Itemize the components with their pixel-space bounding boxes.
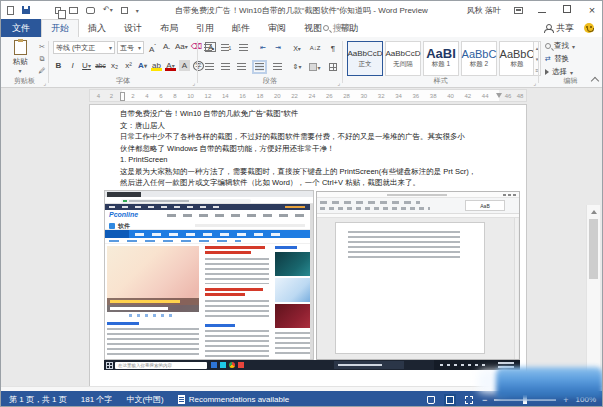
window-layout-icon[interactable] bbox=[69, 7, 78, 14]
decrease-indent-icon[interactable]: ⇤ bbox=[256, 42, 270, 54]
highlight-color-icon[interactable]: ab bbox=[151, 60, 162, 71]
bullets-icon[interactable]: • bbox=[202, 42, 216, 54]
ribbon-tab[interactable]: 开始 bbox=[41, 19, 79, 37]
font-dialog-launcher[interactable]: ⌟ bbox=[192, 80, 195, 86]
maximize-icon[interactable] bbox=[563, 5, 571, 13]
paste-button[interactable]: 粘贴 ▾ bbox=[5, 40, 35, 81]
search-box[interactable]: 搜索 bbox=[323, 19, 351, 37]
zoom-out-button[interactable]: − bbox=[482, 395, 487, 405]
underline-icon[interactable]: U▾ bbox=[81, 60, 92, 71]
increase-indent-icon[interactable]: ⇥ bbox=[271, 42, 285, 54]
mock-page-body bbox=[105, 244, 313, 360]
line-spacing-icon[interactable]: ⇕▾ bbox=[290, 61, 304, 73]
embedded-screenshot-image[interactable]: Pconline 软件 bbox=[104, 190, 520, 370]
font-name-combo[interactable]: 等线 (中文正▾ bbox=[53, 41, 115, 54]
show-marks-icon[interactable]: ¶ bbox=[326, 42, 340, 54]
web-layout-button[interactable] bbox=[463, 394, 475, 406]
borders-icon[interactable] bbox=[326, 61, 340, 73]
numbering-icon[interactable]: 1 bbox=[219, 42, 233, 54]
align-center-icon[interactable] bbox=[218, 61, 232, 73]
document-page[interactable]: 自带免费没广告！Win10 自带的几款免广告“截图”软件文：唐山居人日常工作中少… bbox=[89, 104, 527, 386]
copy-icon[interactable]: ⧉ bbox=[37, 54, 47, 63]
horizontal-ruler[interactable]: 42 2468101214161820222426283032343638404… bbox=[89, 89, 527, 102]
page-indicator[interactable]: 第 1 页，共 1 页 bbox=[9, 394, 67, 405]
ribbon-display-options-icon[interactable] bbox=[514, 7, 523, 14]
ribbon-tab[interactable]: 引用 bbox=[187, 19, 223, 37]
sort-icon[interactable]: A↓Z bbox=[308, 42, 322, 54]
grow-font-icon[interactable]: Aˆ bbox=[147, 41, 158, 52]
word-count[interactable]: 181 个字 bbox=[81, 394, 113, 405]
scrollbar-thumb[interactable] bbox=[589, 219, 598, 279]
align-right-icon[interactable] bbox=[234, 61, 248, 73]
ribbon-tab[interactable]: 邮件 bbox=[223, 19, 259, 37]
group-font: 等线 (中文正▾ 五号▾ Aˆ Aˇ Aa▾ ⌫ A B I U▾ abc x₂… bbox=[49, 37, 197, 88]
multilevel-list-icon[interactable] bbox=[236, 42, 250, 54]
new-document-icon[interactable] bbox=[7, 6, 14, 15]
clipboard-dialog-launcher[interactable]: ⌟ bbox=[43, 80, 46, 86]
character-shading-icon[interactable]: A bbox=[179, 60, 190, 71]
group-paragraph: • 1 ⇤ ⇥ X▾ A↓Z ¶ ⇕▾ ▾ 段落 ⌟ bbox=[198, 37, 342, 88]
distribute-icon[interactable] bbox=[270, 61, 284, 73]
styles-dialog-launcher[interactable]: ⌟ bbox=[533, 80, 536, 86]
subscript-icon[interactable]: x₂ bbox=[109, 60, 120, 71]
copy-icon[interactable] bbox=[55, 7, 61, 14]
shading-icon[interactable]: ▾ bbox=[308, 61, 322, 73]
bold-icon[interactable]: B bbox=[53, 60, 64, 71]
document-line[interactable]: 伙伴都忽略了 Windows 自带的截图功能，方便好用还非常干净！ bbox=[120, 143, 516, 155]
style-cell[interactable]: AaBI 标题 1 bbox=[423, 41, 459, 76]
style-cell[interactable]: AaBbCcD 无间隔 bbox=[385, 41, 421, 76]
shrink-font-icon[interactable]: Aˇ bbox=[161, 41, 172, 52]
replace-button[interactable]: ⇄ 替换 bbox=[545, 54, 569, 64]
cut-icon[interactable]: ✂ bbox=[37, 42, 47, 51]
ribbon-tab[interactable]: 设计 bbox=[115, 19, 151, 37]
style-cell[interactable]: AaBbC 标题 2 bbox=[461, 41, 497, 76]
format-painter-icon[interactable]: 🖉 bbox=[37, 66, 47, 75]
document-line[interactable]: 这是最为大家熟知的一种方法了，需要截图时，直接按下键盘上的 PrintScree… bbox=[120, 166, 516, 178]
align-left-icon[interactable] bbox=[202, 61, 216, 73]
ruler-number: 2 bbox=[131, 93, 134, 99]
indent-marker[interactable] bbox=[120, 92, 125, 101]
ruler-number: 40 bbox=[447, 93, 454, 99]
style-cell[interactable]: AaBbC 标题 bbox=[499, 41, 535, 76]
paragraph-dialog-launcher[interactable]: ⌟ bbox=[337, 80, 340, 86]
ribbon-tab[interactable]: 布局 bbox=[151, 19, 187, 37]
quick-access-toolbar: ↶▾ ▾ bbox=[7, 3, 139, 17]
undo-icon[interactable]: ↶▾ bbox=[103, 5, 113, 15]
close-icon[interactable]: × bbox=[586, 4, 598, 16]
text-effects-icon[interactable]: A▾ bbox=[137, 60, 148, 71]
mock-section-heading-mid bbox=[205, 324, 235, 327]
mock-taskbar-search: 在这里输入你要搜索的内容 bbox=[115, 362, 207, 369]
superscript-icon[interactable]: x² bbox=[123, 60, 134, 71]
mock-main-nav bbox=[105, 230, 313, 238]
justify-icon[interactable] bbox=[252, 61, 266, 73]
italic-icon[interactable]: I bbox=[67, 60, 78, 71]
ribbon-tab[interactable]: 插入 bbox=[79, 19, 115, 37]
document-line[interactable]: 日常工作中少不了各种各样的截图，不过好的截图软件需要付费，不好的又是一堆堆的广告… bbox=[120, 131, 516, 143]
save-icon[interactable] bbox=[22, 6, 30, 14]
document-line[interactable]: 文：唐山居人 bbox=[120, 120, 516, 132]
document-line[interactable]: 1. PrintScreen bbox=[120, 154, 516, 166]
style-cell[interactable]: AaBbCcD 正文 bbox=[347, 41, 383, 76]
change-case-icon[interactable]: Aa▾ bbox=[175, 41, 188, 52]
print-layout-button[interactable] bbox=[444, 394, 456, 406]
document-line[interactable]: 自带免费没广告！Win10 自带的几款免广告“截图”软件 bbox=[120, 108, 516, 120]
feedback-smiley-icon[interactable] bbox=[584, 23, 594, 33]
minimize-icon[interactable] bbox=[538, 12, 546, 13]
font-color-icon[interactable]: A▾ bbox=[165, 60, 176, 71]
font-size-combo[interactable]: 五号▾ bbox=[117, 41, 144, 54]
recommendations-button[interactable]: Recommendations available bbox=[178, 395, 290, 404]
strikethrough-icon[interactable]: abc bbox=[95, 60, 106, 71]
share-button[interactable]: 共享 bbox=[544, 19, 574, 37]
print-preview-icon[interactable] bbox=[86, 7, 95, 14]
tab-file[interactable]: 文件 bbox=[1, 19, 41, 37]
mock-section-heading-left bbox=[107, 322, 139, 325]
scroll-up-icon[interactable] bbox=[591, 210, 597, 214]
read-mode-button[interactable] bbox=[425, 394, 437, 406]
asian-layout-icon[interactable]: X▾ bbox=[290, 42, 304, 54]
ribbon-tab[interactable]: 审阅 bbox=[259, 19, 295, 37]
find-button[interactable]: 查找▾ bbox=[545, 41, 575, 51]
language-indicator[interactable]: 中文(中国) bbox=[126, 394, 163, 405]
document-line[interactable]: 然后进入任何一款图片或文字编辑软件（比如 Word），一个 Ctrl+V 粘贴，… bbox=[120, 177, 516, 189]
account-name[interactable]: 风秋 落叶 bbox=[467, 5, 501, 16]
right-margin-marker[interactable] bbox=[496, 93, 502, 98]
